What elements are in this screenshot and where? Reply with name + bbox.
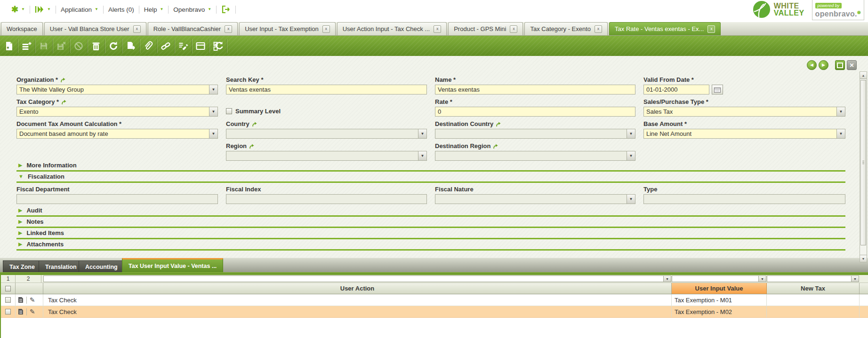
dropdown-arrow-icon[interactable]: ▼ xyxy=(836,107,845,116)
cell-user-input-value[interactable]: Tax Exemption - M01 xyxy=(672,294,767,306)
help-menu[interactable]: Help ▼ xyxy=(139,6,169,13)
dropdown-arrow-icon[interactable]: ▼ xyxy=(627,195,635,204)
select-all-header[interactable] xyxy=(1,283,16,294)
grid-row-2-selected[interactable]: ✎ Tax Check Tax Exemption - M02 xyxy=(1,306,868,318)
pager-cell-1[interactable]: 1 xyxy=(1,275,16,283)
close-icon[interactable]: x xyxy=(595,25,602,33)
insert-row-button[interactable] xyxy=(19,39,33,53)
delete-button[interactable] xyxy=(89,39,103,53)
alerts-menu[interactable]: Alerts (0) xyxy=(104,6,139,13)
row-checkbox[interactable] xyxy=(5,297,11,303)
quick-launch-menu[interactable]: ▼ xyxy=(30,6,56,13)
tab-tax-user-input-value[interactable]: Tax User Input Value - Ventas ... xyxy=(122,258,223,273)
link-out-icon[interactable] xyxy=(496,122,501,127)
dropdown-arrow-icon[interactable]: ▼ xyxy=(663,276,671,282)
row-checkbox[interactable] xyxy=(5,309,11,314)
region-select[interactable]: ▼ xyxy=(226,151,427,161)
maximize-button[interactable] xyxy=(835,60,845,70)
fiscal-index-input[interactable] xyxy=(226,194,427,204)
summary-level-checkbox-row[interactable]: Summary Level xyxy=(226,108,427,115)
link-out-icon[interactable] xyxy=(61,100,66,105)
tab-role-vallblancacashier[interactable]: Role - VallBlancaCashierx xyxy=(148,22,238,35)
cell-user-action[interactable]: Tax Check xyxy=(43,306,672,317)
search-key-input[interactable]: Ventas exentas xyxy=(226,85,427,94)
link-out-icon[interactable] xyxy=(60,78,65,83)
dropdown-arrow-icon[interactable]: ▼ xyxy=(836,129,845,138)
pager-cell-2[interactable]: 2 xyxy=(16,275,41,283)
tab-translation[interactable]: Translation xyxy=(39,260,83,273)
save-and-close-button[interactable] xyxy=(54,39,68,53)
scroll-up-button[interactable]: ▲ xyxy=(860,72,867,79)
favorites-menu[interactable]: ✱ ▼ xyxy=(7,5,30,14)
close-icon[interactable]: x xyxy=(510,25,517,33)
document-tax-amount-calculation-select[interactable]: Document based amount by rate▼ xyxy=(16,129,218,139)
close-icon[interactable]: x xyxy=(434,25,441,33)
form-view-button[interactable] xyxy=(193,39,208,53)
sales-purchase-type-select[interactable]: Sales Tax▼ xyxy=(643,107,845,117)
cell-user-input-value[interactable]: Tax Exemption - M02 xyxy=(672,306,767,317)
tab-user-action-input-tax-check[interactable]: User Action Input - Tax Check ...x xyxy=(337,22,447,35)
refresh-grid-button[interactable] xyxy=(211,39,225,53)
close-icon[interactable]: x xyxy=(225,25,232,33)
dropdown-arrow-icon[interactable]: ▼ xyxy=(209,107,217,116)
logout-button[interactable] xyxy=(217,5,235,14)
link-out-icon[interactable] xyxy=(249,144,254,149)
section-linked-items[interactable]: ▶ Linked Items xyxy=(16,229,845,239)
summary-level-checkbox[interactable] xyxy=(226,108,232,114)
form-view-row-icon[interactable] xyxy=(18,308,24,315)
column-header-new-tax[interactable]: New Tax xyxy=(767,283,860,294)
column-header-user-action[interactable]: User Action xyxy=(43,283,672,294)
destination-region-select[interactable]: ▼ xyxy=(435,151,635,161)
form-view-row-icon[interactable] xyxy=(18,297,24,303)
close-form-button[interactable]: ✕ xyxy=(847,60,857,70)
section-fiscalization[interactable]: ▼ Fiscalization xyxy=(16,173,845,183)
dropdown-arrow-icon[interactable]: ▼ xyxy=(209,129,217,138)
dropdown-arrow-icon[interactable]: ▼ xyxy=(418,151,426,160)
link-out-icon[interactable] xyxy=(252,122,257,127)
valid-from-date-input[interactable]: 01-01-2000 xyxy=(643,85,709,94)
destination-country-select[interactable]: ▼ xyxy=(435,129,635,139)
scrollbar-thumb[interactable] xyxy=(860,80,866,245)
section-notes[interactable]: ▶ Notes xyxy=(16,218,845,228)
tab-accounting[interactable]: Accounting xyxy=(79,260,124,273)
new-record-button[interactable]: * xyxy=(2,39,16,53)
dropdown-arrow-icon[interactable]: ▼ xyxy=(758,276,766,282)
dropdown-arrow-icon[interactable]: ▼ xyxy=(627,151,635,160)
export-button[interactable] xyxy=(124,39,138,53)
form-scrollbar[interactable]: ▲ ▼ xyxy=(860,71,867,262)
dropdown-arrow-icon[interactable]: ▼ xyxy=(627,129,635,138)
dropdown-arrow-icon[interactable]: ▼ xyxy=(851,276,859,282)
cell-new-tax[interactable] xyxy=(767,306,860,317)
fiscal-department-input[interactable] xyxy=(16,194,218,204)
section-more-information[interactable]: ▶ More Information xyxy=(16,162,845,172)
section-attachments[interactable]: ▶ Attachments xyxy=(16,241,845,251)
edit-row-icon[interactable]: ✎ xyxy=(30,308,35,315)
save-button[interactable] xyxy=(37,39,51,53)
close-icon[interactable]: x xyxy=(707,25,715,33)
rate-input[interactable]: 0 xyxy=(435,107,635,117)
refresh-button[interactable] xyxy=(106,39,121,53)
tab-product-gps-mini[interactable]: Product - GPS Minix xyxy=(448,22,523,35)
scroll-down-button[interactable]: ▼ xyxy=(860,255,867,262)
tab-user-vall-blanca-store-user[interactable]: User - Vall Blanca Store Userx xyxy=(44,22,146,35)
tab-tax-rate-ventas-exentas[interactable]: Tax Rate - Ventas exentas - Ex...x xyxy=(609,22,721,35)
base-amount-select[interactable]: Line Net Amount▼ xyxy=(643,129,845,139)
tab-user-input-tax-exemption[interactable]: User Input - Tax Exemptionx xyxy=(239,22,336,35)
filter-new-tax[interactable]: ▼ xyxy=(767,275,859,282)
name-input[interactable]: Ventas exentas xyxy=(435,85,635,94)
select-all-checkbox[interactable] xyxy=(5,286,11,291)
organization-select[interactable]: The White Valley Group▼ xyxy=(16,85,218,94)
tab-tax-category-exento[interactable]: Tax Category - Exentox xyxy=(524,22,608,35)
link-out-icon[interactable] xyxy=(493,144,498,149)
undo-button[interactable] xyxy=(72,39,86,53)
dropdown-arrow-icon[interactable]: ▼ xyxy=(209,85,217,94)
dropdown-arrow-icon[interactable]: ▼ xyxy=(418,129,426,138)
cell-new-tax[interactable] xyxy=(767,294,860,306)
section-audit[interactable]: ▶ Audit xyxy=(16,207,845,217)
grid-row-1[interactable]: ✎ Tax Check Tax Exemption - M01 xyxy=(1,294,868,306)
tools-button[interactable] xyxy=(176,39,190,53)
filter-user-action[interactable]: ▼ xyxy=(43,275,671,282)
next-record-button[interactable]: ▶ xyxy=(819,60,828,70)
type-input[interactable] xyxy=(643,194,845,204)
tax-category-select[interactable]: Exento▼ xyxy=(16,107,218,117)
